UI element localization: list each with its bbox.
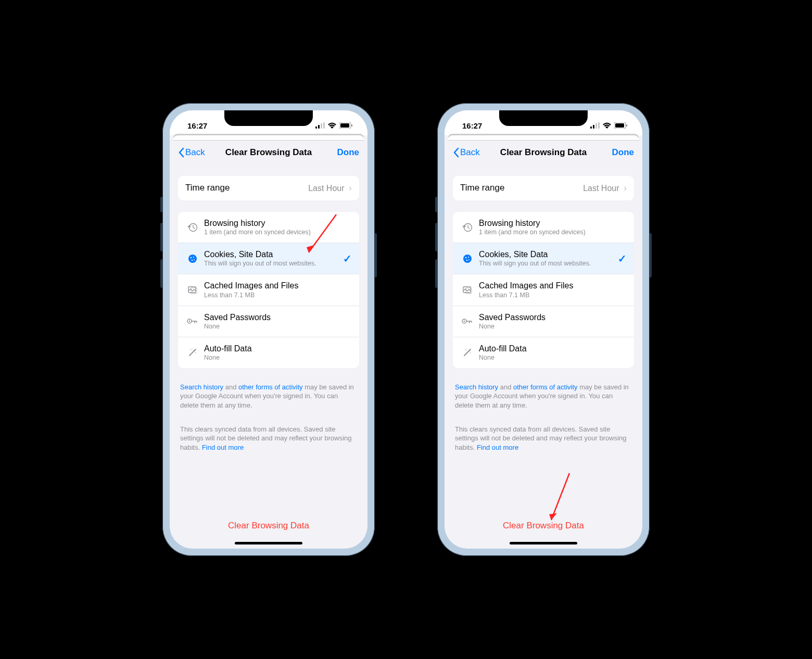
chevron-right-icon: ›: [349, 183, 352, 193]
done-button[interactable]: Done: [337, 147, 360, 158]
svg-point-41: [466, 349, 467, 349]
row-cookies[interactable]: Cookies, Site Data This will sign you ou…: [453, 243, 634, 274]
status-time: 16:27: [187, 121, 207, 130]
navigation-bar: Back Clear Browsing Data Done: [170, 141, 367, 164]
find-out-more-link[interactable]: Find out more: [202, 443, 244, 451]
screen: 16:27 Back Clear Browsing Data Done Time…: [445, 110, 642, 549]
svg-point-9: [191, 257, 192, 258]
info-text-2: This clears synced data from all devices…: [453, 425, 634, 452]
checkmark-icon: ✓: [618, 252, 627, 265]
svg-point-38: [464, 321, 465, 322]
other-activity-link[interactable]: other forms of activity: [238, 383, 303, 391]
wand-icon: [460, 347, 475, 358]
row-title: Auto-fill Data: [479, 344, 627, 353]
row-title: Saved Passwords: [479, 312, 627, 322]
wand-icon: [185, 347, 200, 358]
notch: [499, 110, 588, 126]
svg-point-30: [463, 255, 472, 263]
svg-marker-43: [549, 513, 557, 520]
time-range-card: Time range Last Hour ›: [453, 176, 634, 200]
cookie-icon: [185, 254, 200, 264]
search-history-link[interactable]: Search history: [180, 383, 223, 391]
row-title: Cached Images and Files: [204, 281, 352, 290]
row-subtitle: This will sign you out of most websites.: [204, 260, 343, 268]
svg-point-19: [192, 349, 192, 349]
row-autofill[interactable]: Auto-fill Data None: [178, 337, 359, 368]
row-cached-images[interactable]: Cached Images and Files Less than 7.1 MB: [178, 274, 359, 305]
time-range-value: Last Hour: [583, 184, 619, 193]
key-icon: [460, 318, 475, 324]
search-history-link[interactable]: Search history: [455, 383, 498, 391]
row-title: Cookies, Site Data: [204, 249, 343, 259]
row-cookies[interactable]: Cookies, Site Data This will sign you ou…: [178, 243, 359, 274]
row-subtitle: None: [204, 354, 352, 362]
clear-browsing-data-button[interactable]: Clear Browsing Data: [445, 521, 642, 531]
done-button[interactable]: Done: [612, 147, 635, 158]
row-passwords[interactable]: Saved Passwords None: [453, 306, 634, 337]
svg-point-18: [195, 353, 196, 354]
row-subtitle: 1 item (and more on synced devices): [479, 229, 627, 236]
signal-icon: [315, 122, 325, 129]
row-title: Saved Passwords: [204, 312, 352, 322]
svg-point-32: [468, 257, 469, 258]
row-browsing-history[interactable]: Browsing history 1 item (and more on syn…: [453, 212, 634, 243]
data-types-card: Browsing history 1 item (and more on syn…: [178, 212, 359, 368]
home-indicator[interactable]: [510, 542, 577, 544]
battery-icon: [614, 122, 628, 129]
svg-rect-2: [321, 123, 322, 129]
svg-rect-1: [318, 125, 320, 129]
svg-point-17: [190, 350, 191, 351]
svg-point-33: [466, 260, 467, 261]
row-title: Cached Images and Files: [479, 281, 627, 290]
image-icon: [460, 285, 475, 295]
history-icon: [185, 222, 200, 233]
info-text-1: Search history and other forms of activi…: [453, 383, 634, 410]
svg-point-12: [194, 259, 195, 260]
row-browsing-history[interactable]: Browsing history 1 item (and more on syn…: [178, 212, 359, 243]
wifi-icon: [328, 122, 336, 129]
row-title: Cookies, Site Data: [479, 249, 618, 259]
svg-point-40: [470, 353, 471, 354]
svg-point-31: [465, 257, 467, 258]
row-title: Browsing history: [479, 218, 627, 228]
row-subtitle: None: [479, 323, 627, 331]
row-title: Auto-fill Data: [204, 344, 352, 353]
battery-icon: [339, 122, 353, 129]
svg-point-11: [192, 260, 193, 261]
row-subtitle: None: [479, 354, 627, 362]
row-subtitle: This will sign you out of most websites.: [479, 260, 618, 268]
svg-point-39: [465, 350, 466, 351]
row-passwords[interactable]: Saved Passwords None: [178, 306, 359, 337]
row-autofill[interactable]: Auto-fill Data None: [453, 337, 634, 368]
svg-rect-23: [593, 125, 594, 129]
modal-stack-indicator: [173, 135, 364, 141]
svg-point-10: [193, 257, 194, 258]
checkmark-icon: ✓: [343, 252, 352, 265]
signal-icon: [590, 122, 600, 129]
svg-rect-5: [340, 123, 349, 128]
time-range-row[interactable]: Time range Last Hour ›: [178, 176, 359, 200]
annotation-arrow-icon: [543, 471, 575, 528]
time-range-value: Last Hour: [308, 184, 344, 193]
image-icon: [185, 285, 200, 295]
other-activity-link[interactable]: other forms of activity: [513, 383, 578, 391]
status-time: 16:27: [462, 121, 482, 130]
svg-rect-6: [351, 124, 352, 126]
row-subtitle: None: [204, 323, 352, 331]
row-subtitle: Less than 7.1 MB: [479, 292, 627, 299]
screen: 16:27 Back Clear Browsing Data Done Time…: [170, 110, 367, 549]
find-out-more-link[interactable]: Find out more: [477, 443, 518, 451]
key-icon: [185, 318, 200, 324]
clear-browsing-data-button[interactable]: Clear Browsing Data: [170, 521, 367, 531]
navigation-bar: Back Clear Browsing Data Done: [445, 141, 642, 164]
svg-point-34: [468, 259, 470, 260]
svg-line-42: [551, 473, 569, 520]
time-range-label: Time range: [185, 183, 230, 193]
row-title: Browsing history: [204, 218, 352, 228]
svg-rect-27: [615, 123, 624, 128]
time-range-card: Time range Last Hour ›: [178, 176, 359, 200]
home-indicator[interactable]: [235, 542, 302, 544]
time-range-row[interactable]: Time range Last Hour ›: [453, 176, 634, 200]
row-cached-images[interactable]: Cached Images and Files Less than 7.1 MB: [453, 274, 634, 305]
svg-rect-28: [626, 124, 627, 126]
